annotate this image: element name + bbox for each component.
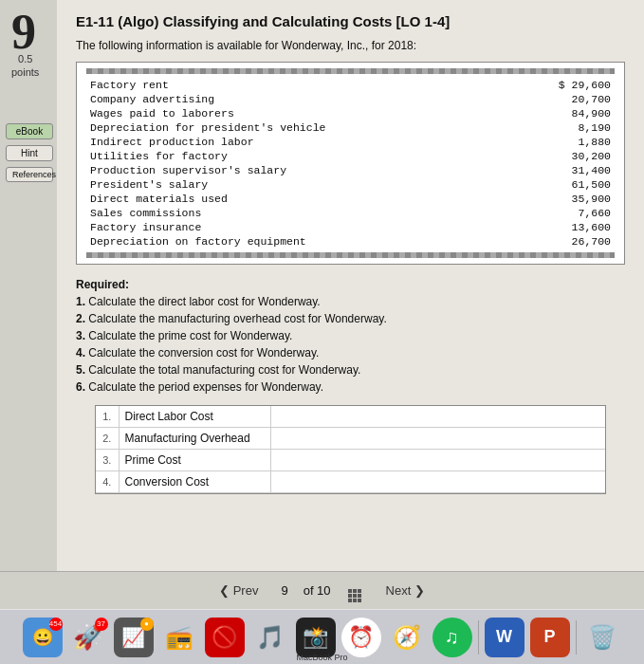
answer-row: 1. Direct Labor Cost [96, 406, 605, 428]
req-item-num: 2. [76, 312, 85, 325]
dock-item-spotify[interactable]: ♫ [432, 618, 472, 657]
cost-label: Company advertising [86, 92, 510, 106]
next-button[interactable]: Next ❯ [378, 580, 433, 601]
dock-item-trash[interactable]: 🗑️ [582, 618, 622, 657]
dock-item-safari[interactable]: 🧭 [387, 618, 427, 657]
answer-row-label: Manufacturing Overhead [119, 428, 270, 450]
dock-item-music[interactable]: 🎵 [250, 618, 290, 657]
cost-row: Indirect production labor 1,880 [86, 135, 615, 149]
main-content: E1-11 (Algo) Classifying and Calculating… [57, 0, 644, 609]
cost-row: Factory insurance 13,600 [86, 220, 615, 234]
references-button[interactable]: References [6, 167, 53, 182]
req-item-text: Calculate the total manufacturing cost f… [88, 363, 360, 377]
page-total: of 10 [304, 583, 331, 598]
cost-row: President's salary 61,500 [86, 177, 615, 192]
cost-row: Utilities for factory 30,200 [86, 149, 615, 163]
ebook-button[interactable]: eBook [6, 123, 53, 139]
dock-item-photos[interactable]: 📸 [296, 618, 336, 657]
cost-row: Depreciation on factory equipment 26,700 [86, 234, 615, 249]
cost-label: Production supervisor's salary [86, 163, 510, 177]
cost-label: Depreciation for president's vehicle [86, 120, 510, 135]
req-item-num: 1. [76, 295, 85, 308]
answer-input-cell[interactable] [270, 406, 605, 428]
cost-label: Sales commissions [86, 206, 510, 220]
dock-item-finder[interactable]: 😀 454 [23, 618, 63, 657]
answer-input-cell[interactable] [270, 471, 605, 493]
dock-item-no-sign[interactable]: 🚫 [205, 618, 245, 657]
answer-table: 1. Direct Labor Cost 2. Manufacturing Ov… [96, 406, 605, 493]
cost-value: 8,190 [510, 120, 615, 135]
dock-item-system[interactable]: 📻 [159, 618, 199, 657]
next-label: Next [386, 583, 412, 598]
cost-label: Depreciation on factory equipment [86, 234, 510, 249]
answer-table-wrap: 1. Direct Labor Cost 2. Manufacturing Ov… [95, 405, 606, 494]
answer-row: 2. Manufacturing Overhead [96, 428, 605, 450]
answer-input-cell[interactable] [270, 428, 605, 450]
cost-row: Factory rent $ 29,600 [86, 78, 615, 92]
sidebar: eBook Hint References [0, 123, 59, 182]
table-footer-stripe [86, 252, 615, 258]
cost-data-table: Factory rent $ 29,600 Company advertisin… [76, 62, 625, 265]
page-current: 9 [281, 583, 287, 598]
cost-label: Factory rent [86, 78, 510, 92]
cost-row: Company advertising 20,700 [86, 92, 615, 106]
prev-chevron-icon: ❮ [219, 583, 230, 598]
req-item-num: 4. [76, 346, 85, 360]
answer-row-num: 2. [96, 428, 119, 450]
prev-label: Prev [233, 583, 259, 598]
dock-item-clock[interactable]: ⏰ [341, 618, 381, 657]
cost-value: 84,900 [510, 106, 615, 120]
req-item-num: 5. [76, 363, 85, 377]
req-item-text: Calculate the direct labor cost for Wond… [88, 295, 320, 308]
answer-row-label: Direct Labor Cost [119, 406, 270, 428]
dock-item-launchpad[interactable]: 🚀 37 [68, 618, 108, 657]
launchpad-badge: 37 [95, 618, 108, 631]
dock-item-powerpoint[interactable]: P [530, 618, 570, 657]
req-item-text: Calculate the prime cost for Wonderway. [88, 329, 292, 342]
req-item-num: 3. [76, 329, 85, 342]
answer-row-label: Prime Cost [119, 450, 270, 471]
prev-button[interactable]: ❮ Prev [212, 580, 267, 601]
answer-input-cell[interactable] [270, 450, 605, 471]
table-header-stripe [86, 68, 615, 74]
cost-row: Direct materials used 35,900 [86, 192, 615, 206]
cost-value: 7,660 [510, 206, 615, 220]
finder-badge: 454 [49, 618, 63, 631]
answer-row-num: 3. [96, 450, 119, 471]
cost-value: 35,900 [510, 192, 615, 206]
cost-value: 20,700 [510, 92, 615, 106]
answer-row-num: 4. [96, 471, 119, 493]
cost-label: President's salary [86, 177, 510, 192]
dock-item-word[interactable]: W [485, 618, 524, 657]
required-item: 2. Calculate the manufacturing overhead … [76, 310, 625, 327]
cost-label: Direct materials used [86, 192, 510, 206]
req-item-num: 6. [76, 380, 85, 394]
cost-value: $ 29,600 [510, 78, 615, 92]
required-item: 5. Calculate the total manufacturing cos… [76, 361, 625, 378]
points-label: 0.5 points [11, 52, 39, 80]
cost-table: Factory rent $ 29,600 Company advertisin… [86, 78, 615, 249]
req-item-text: Calculate the conversion cost for Wonder… [88, 346, 319, 360]
cost-value: 31,400 [510, 163, 615, 177]
required-section: Required: 1. Calculate the direct labor … [76, 276, 625, 396]
grid-menu-icon[interactable] [346, 580, 363, 602]
bottom-navigation: ❮ Prev 9 of 10 Next ❯ [0, 571, 644, 609]
problem-title: E1-11 (Algo) Classifying and Calculating… [76, 13, 625, 29]
activity-badge: ● [140, 618, 154, 631]
dock-divider [478, 620, 479, 655]
req-item-text: Calculate the period expenses for Wonder… [88, 380, 323, 394]
hint-button[interactable]: Hint [6, 145, 53, 161]
required-item: 4. Calculate the conversion cost for Won… [76, 344, 625, 361]
cost-value: 13,600 [510, 220, 615, 234]
answer-row-label: Conversion Cost [119, 471, 270, 493]
intro-text: The following information is available f… [76, 39, 625, 52]
cost-value: 1,880 [510, 135, 615, 149]
cost-label: Utilities for factory [86, 149, 510, 163]
dock-item-activity[interactable]: 📈 ● [114, 618, 154, 657]
dock-divider-2 [576, 620, 577, 655]
required-item: 1. Calculate the direct labor cost for W… [76, 293, 625, 310]
cost-row: Production supervisor's salary 31,400 [86, 163, 615, 177]
cost-value: 30,200 [510, 149, 615, 163]
cost-label: Indirect production labor [86, 135, 510, 149]
required-title: Required: [76, 278, 129, 291]
